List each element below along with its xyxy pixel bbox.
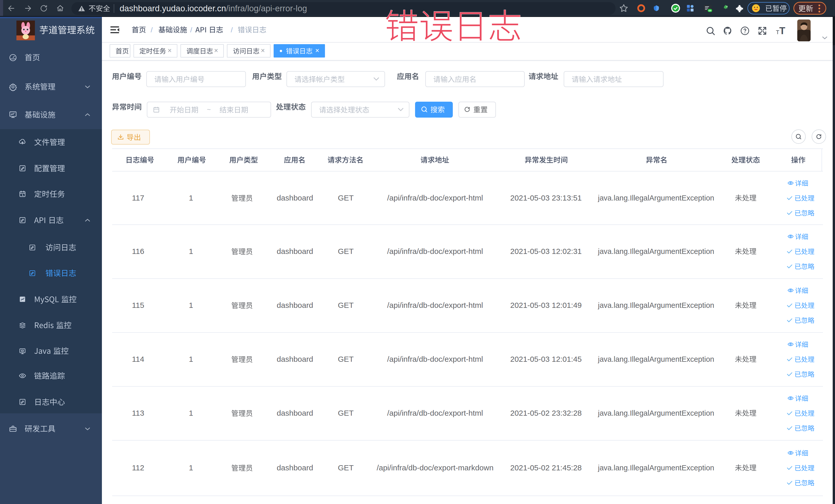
svg-text:on: on xyxy=(709,9,711,12)
